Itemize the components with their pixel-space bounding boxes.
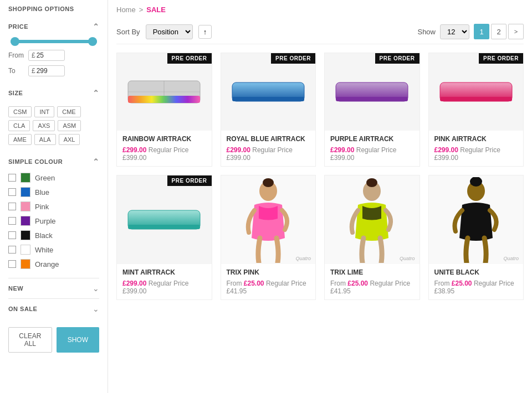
to-label: To: [8, 67, 24, 75]
sale-price-4: £299.00: [434, 146, 458, 154]
product-card-2[interactable]: PRE ORDER ROYAL BLUE AIRTRACK: [221, 53, 316, 167]
colour-item-green[interactable]: Green: [8, 170, 99, 185]
on-sale-section[interactable]: ON SALE ⌄: [8, 298, 99, 319]
price-inputs: From £: [8, 50, 99, 61]
colour-section: SIMPLE COLOUR ⌃ Green Blue Pink: [8, 152, 99, 278]
product-name-6: TRIX PINK: [227, 268, 310, 276]
product-card-4[interactable]: PRE ORDER PINK AIRTRACK: [428, 53, 524, 167]
colour-item-purple[interactable]: Purple: [8, 214, 99, 228]
trix-lime-image: [341, 177, 402, 263]
clear-all-button[interactable]: CLEAR ALL: [8, 327, 52, 353]
product-info-2: ROYAL BLUE AIRTRACK £299.00 Regular Pric…: [221, 131, 316, 166]
size-tag-int[interactable]: INT: [34, 106, 54, 117]
colour-name-blue: Blue: [35, 188, 49, 196]
colour-checkbox-blue[interactable]: [8, 188, 16, 196]
product-info-3: PURPLE AIRTRACK £299.00 Regular Price £3…: [325, 131, 420, 166]
colour-item-white[interactable]: White: [8, 242, 99, 257]
product-card-3[interactable]: PRE ORDER PURPLE AIRTRACK: [324, 53, 420, 167]
sort-direction-button[interactable]: ↑: [198, 25, 212, 39]
colour-checkbox-green[interactable]: [8, 174, 16, 182]
sale-price-1: £299.00: [122, 146, 146, 154]
colour-item-pink[interactable]: Pink: [8, 199, 99, 214]
product-price-2: £299.00 Regular Price £399.00: [227, 146, 310, 162]
to-currency: £: [32, 67, 35, 75]
product-card-8[interactable]: Quatro UNITE BLACK From £25.00 Regular P…: [428, 175, 524, 300]
product-name-1: RAINBOW AIRTRACK: [122, 135, 206, 143]
price-label: PRICE: [8, 23, 28, 30]
size-tag-csm[interactable]: CSM: [8, 106, 32, 117]
sidebar: SHOPPING OPTIONS PRICE ⌃ From £ To: [0, 0, 108, 393]
on-sale-chevron-icon: ⌄: [93, 304, 99, 313]
size-tag-asm[interactable]: ASM: [58, 120, 81, 131]
product-price-5: £299.00 Regular Price £399.00: [122, 280, 206, 295]
pink-airtrack-image: [437, 73, 515, 111]
product-card-1[interactable]: PRE ORDER: [116, 53, 212, 167]
price-slider-left-thumb[interactable]: [11, 37, 19, 46]
colour-item-blue[interactable]: Blue: [8, 185, 99, 199]
show-button[interactable]: SHOW: [57, 327, 99, 353]
colour-item-orange[interactable]: Orange: [8, 257, 99, 271]
colour-checkbox-purple[interactable]: [8, 217, 16, 225]
colour-item-black[interactable]: Black: [8, 228, 99, 242]
sale-price-2: £299.00: [227, 146, 250, 154]
product-info-6: TRIX PINK From £25.00 Regular Price £41.…: [221, 264, 316, 299]
colour-name-pink: Pink: [35, 203, 49, 211]
breadcrumb-home[interactable]: Home: [116, 6, 136, 14]
new-section[interactable]: NEW ⌄: [8, 278, 99, 298]
new-chevron-icon: ⌄: [93, 284, 99, 293]
colour-checkbox-black[interactable]: [8, 231, 16, 239]
product-image-wrap-3: PRE ORDER: [325, 53, 420, 131]
size-tag-axl[interactable]: AXL: [59, 134, 80, 145]
to-input[interactable]: [37, 67, 62, 75]
sale-price-3: £299.00: [330, 146, 354, 154]
product-card-7[interactable]: Quatro TRIX LIME From £25.00 Regular Pri…: [324, 175, 420, 300]
size-section-header[interactable]: SIZE ⌃: [8, 83, 99, 102]
from-label-7: From: [330, 280, 347, 287]
show-label: Show: [417, 28, 436, 36]
sort-select[interactable]: Position Name Price: [146, 24, 193, 39]
next-page-button[interactable]: >: [508, 24, 524, 39]
size-tag-ala[interactable]: ALA: [34, 134, 56, 145]
price-section-header[interactable]: PRICE ⌃: [8, 17, 99, 35]
size-tag-ame[interactable]: AME: [8, 134, 32, 145]
size-tag-cme[interactable]: CME: [57, 106, 80, 117]
colour-name-white: White: [35, 246, 53, 254]
pre-order-badge-1: PRE ORDER: [167, 53, 212, 64]
product-image-wrap-6: Quatro: [221, 175, 316, 264]
page-2-button[interactable]: 2: [491, 24, 507, 39]
product-card-6[interactable]: Quatro TRIX PINK From £25.00 Regular Pri…: [221, 175, 316, 300]
product-image-wrap-1: PRE ORDER: [117, 53, 212, 131]
colour-checkbox-pink[interactable]: [8, 203, 16, 210]
pre-order-badge-4: PRE ORDER: [479, 53, 523, 64]
colour-swatch-black: [21, 230, 30, 240]
size-tags: CSM INT CME CLA AXS ASM AME ALA AXL: [8, 102, 99, 145]
size-section: SIZE ⌃ CSM INT CME CLA AXS ASM AME ALA A…: [8, 83, 99, 152]
price-slider-right-thumb[interactable]: [88, 37, 97, 46]
product-name-2: ROYAL BLUE AIRTRACK: [227, 135, 310, 143]
colour-name-black: Black: [35, 231, 53, 240]
breadcrumb-current: SALE: [146, 6, 166, 14]
from-input[interactable]: [37, 51, 62, 59]
price-slider[interactable]: [11, 40, 97, 43]
product-info-1: RAINBOW AIRTRACK £299.00 Regular Price £…: [117, 131, 212, 166]
colour-checkbox-white[interactable]: [8, 246, 16, 254]
product-image-wrap-2: PRE ORDER: [221, 53, 316, 131]
colour-checkbox-orange[interactable]: [8, 260, 16, 268]
product-card-5[interactable]: PRE ORDER MINT AIRTRACK: [116, 175, 212, 300]
size-tag-cla[interactable]: CLA: [8, 120, 30, 131]
to-input-wrap: £: [28, 65, 65, 76]
pre-order-badge-3: PRE ORDER: [375, 53, 420, 64]
size-tag-axs[interactable]: AXS: [33, 120, 55, 131]
mint-airtrack-image: [125, 200, 203, 239]
colour-swatch-blue: [21, 187, 30, 197]
colour-swatch-orange: [21, 259, 30, 269]
product-name-3: PURPLE AIRTRACK: [330, 135, 414, 143]
colour-section-header[interactable]: SIMPLE COLOUR ⌃: [8, 152, 99, 170]
from-label-6: From: [227, 280, 244, 287]
toolbar-right: Show 12 24 36 1 2 >: [417, 24, 524, 39]
product-price-7: From £25.00 Regular Price £41.95: [330, 280, 414, 295]
page-1-button[interactable]: 1: [474, 24, 489, 39]
show-select[interactable]: 12 24 36: [440, 24, 469, 39]
svg-rect-5: [232, 97, 304, 101]
product-image-wrap-7: Quatro: [325, 175, 420, 264]
